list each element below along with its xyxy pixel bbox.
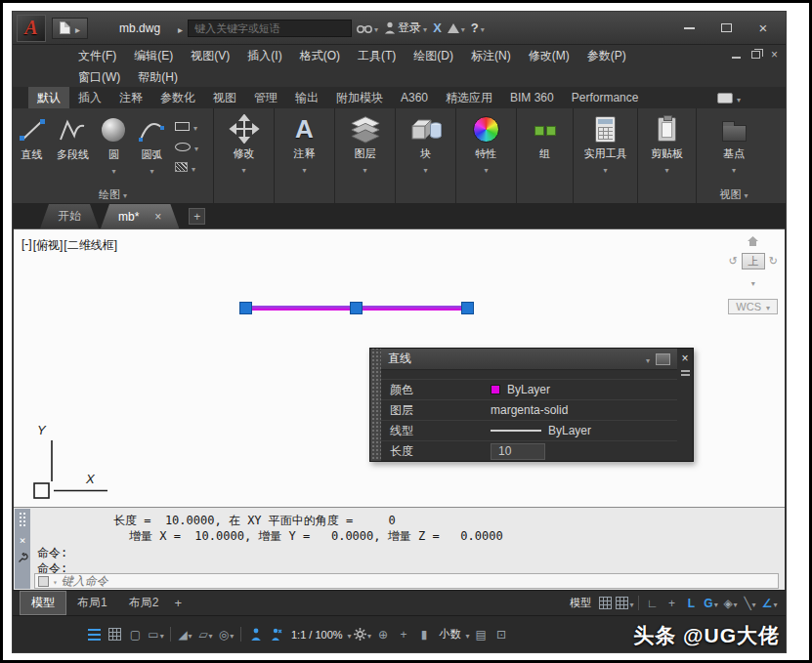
ribbon-tab-performance[interactable]: Performance: [563, 87, 648, 108]
menu-parametric[interactable]: 参数(P): [578, 48, 635, 64]
doc-minimize-button[interactable]: [732, 57, 741, 59]
property-value[interactable]: ByLayer: [548, 424, 591, 437]
arc-tool-button[interactable]: 圆弧: [133, 108, 171, 185]
new-document-icon[interactable]: [60, 21, 70, 34]
grip-midpoint[interactable]: [350, 302, 363, 314]
chevron-down-icon[interactable]: [53, 574, 58, 588]
help-button[interactable]: ?: [471, 21, 485, 35]
exchange-apps-button[interactable]: X: [433, 21, 442, 35]
units-button[interactable]: 小数: [436, 625, 470, 644]
viewport-visualstyle-control[interactable]: [二维线框]: [64, 237, 117, 254]
tab-close-icon[interactable]: [154, 210, 161, 224]
line-tool-button[interactable]: 直线: [13, 108, 51, 185]
wrench-icon[interactable]: [18, 553, 28, 566]
grid-display-toggle[interactable]: [596, 594, 615, 613]
block-button[interactable]: 块: [396, 108, 455, 185]
workspace-switching-button[interactable]: [354, 625, 372, 644]
ribbon-tab-parametric[interactable]: 参数化: [151, 87, 204, 108]
chevron-down-icon[interactable]: [751, 272, 755, 290]
flyout-arrow-icon[interactable]: [75, 20, 80, 37]
menu-dimension[interactable]: 标注(N): [462, 48, 520, 64]
ribbon-tab-view[interactable]: 视图: [204, 87, 245, 108]
rotate-ccw-icon[interactable]: ↺: [728, 255, 737, 268]
properties-button[interactable]: 特性: [456, 108, 516, 185]
isometric-drafting-toggle[interactable]: ◈: [721, 594, 740, 613]
ribbon-tab-insert[interactable]: 插入: [69, 87, 110, 108]
ucs-icon[interactable]: Y X: [29, 421, 122, 507]
ribbon-tab-featured-apps[interactable]: 精选应用: [437, 87, 501, 108]
workspace-folder-button[interactable]: ▭: [147, 625, 165, 644]
a360-button[interactable]: [448, 21, 465, 35]
new-layout-button[interactable]: +: [174, 596, 182, 610]
quick-properties-toggle[interactable]: ▤: [472, 625, 491, 644]
new-tab-button[interactable]: +: [189, 208, 205, 225]
property-value[interactable]: ByLayer: [507, 383, 550, 396]
ribbon-tab-manage[interactable]: 管理: [245, 87, 286, 108]
transparency-toggle[interactable]: [106, 625, 124, 644]
add-scales-button[interactable]: +: [395, 625, 413, 644]
layout-tab-layout2[interactable]: 布局2: [118, 592, 170, 614]
options-menu-icon[interactable]: [681, 370, 690, 378]
sign-in-button[interactable]: 登录: [384, 20, 427, 36]
selection-filter-toggle[interactable]: ◎: [217, 625, 235, 644]
menu-edit[interactable]: 编辑(E): [125, 48, 182, 64]
ribbon-tab-addins[interactable]: 附加模块: [327, 87, 392, 108]
flyout-arrow-icon[interactable]: [178, 20, 183, 37]
autocad-logo-icon[interactable]: A: [17, 15, 46, 42]
polyline-tool-button[interactable]: 多段线: [51, 108, 95, 185]
doc-close-button[interactable]: [771, 48, 778, 62]
viewport-minimize-control[interactable]: [-]: [21, 237, 32, 254]
command-prompt-icon[interactable]: [38, 576, 49, 587]
length-value-field[interactable]: 10: [491, 443, 545, 460]
grip-endpoint-left[interactable]: [239, 302, 252, 314]
wcs-dropdown[interactable]: WCS: [728, 299, 778, 314]
menu-window[interactable]: 窗口(W): [69, 69, 129, 86]
panel-label-view[interactable]: 视图: [697, 186, 771, 202]
ortho-mode-toggle[interactable]: L: [682, 594, 701, 613]
object-snap-tracking-toggle[interactable]: ╲: [741, 594, 759, 613]
annotation-autoscale-toggle[interactable]: [267, 625, 285, 644]
binoculars-search-icon[interactable]: [357, 21, 378, 35]
menu-format[interactable]: 格式(O): [291, 48, 349, 64]
ribbon-tab-annotate[interactable]: 注释: [110, 87, 151, 108]
window-close-button[interactable]: [745, 18, 782, 39]
infer-constraints-toggle[interactable]: ∟: [643, 594, 662, 613]
command-input[interactable]: [62, 574, 775, 588]
group-button[interactable]: 组: [517, 108, 573, 185]
polar-tracking-toggle[interactable]: G: [702, 594, 720, 613]
menu-modify[interactable]: 修改(M): [520, 48, 578, 64]
annotation-monitor-toggle[interactable]: ⊕: [374, 625, 393, 644]
property-value[interactable]: margenta-solid: [491, 403, 568, 417]
drag-grip-icon[interactable]: [19, 512, 27, 528]
rotate-cw-icon[interactable]: ↻: [769, 255, 778, 268]
ribbon-tab-home[interactable]: 默认: [28, 87, 69, 108]
model-space-toggle[interactable]: 模型: [566, 596, 595, 610]
clipboard-button[interactable]: 剪贴板: [638, 108, 696, 185]
file-tab-start[interactable]: 开始: [40, 204, 99, 228]
viewcube-top-face[interactable]: 上: [742, 253, 765, 269]
clean-screen-toggle[interactable]: ⊡: [492, 625, 511, 644]
utilities-button[interactable]: 实用工具: [574, 108, 637, 185]
isolate-objects-toggle[interactable]: ▮: [415, 625, 434, 644]
modify-button[interactable]: 修改: [214, 108, 274, 185]
window-maximize-button[interactable]: [707, 18, 745, 39]
menu-insert[interactable]: 插入(I): [238, 48, 290, 64]
rectangle-tool-button[interactable]: [175, 117, 209, 135]
circle-tool-button[interactable]: 圆: [95, 108, 133, 185]
dynamic-input-toggle[interactable]: +: [662, 594, 681, 613]
ribbon-tab-bim360[interactable]: BIM 360: [501, 87, 563, 108]
hatch-tool-button[interactable]: [175, 158, 209, 176]
annotation-visibility-toggle[interactable]: [246, 625, 265, 644]
object-snap-toggle[interactable]: ∠: [760, 594, 779, 613]
viewcube-home-icon[interactable]: [748, 232, 758, 250]
3dosnap-toggle[interactable]: ◢: [176, 625, 194, 644]
ribbon-display-options[interactable]: [717, 87, 741, 108]
dynamic-ucs-toggle[interactable]: ▱: [196, 625, 215, 644]
panel-drag-grip[interactable]: [370, 349, 381, 461]
menu-draw[interactable]: 绘图(D): [405, 48, 462, 64]
annotation-button[interactable]: A 注释: [275, 108, 334, 185]
layers-button[interactable]: 图层: [335, 108, 395, 185]
ribbon-tab-a360[interactable]: A360: [392, 87, 437, 108]
lineweight-toggle[interactable]: [85, 625, 104, 644]
menu-file[interactable]: 文件(F): [69, 48, 125, 64]
